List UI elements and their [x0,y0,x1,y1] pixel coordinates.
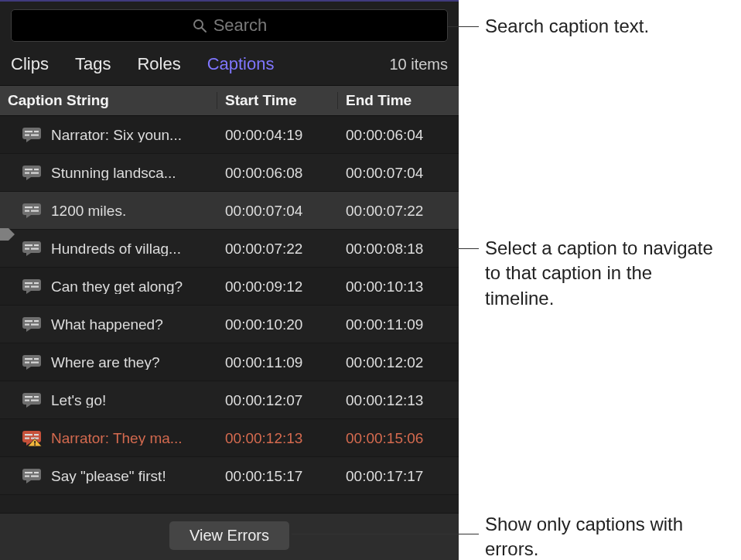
svg-rect-23 [25,282,32,284]
svg-rect-19 [34,244,39,246]
callout-select: Select a caption to navigate to that cap… [485,236,725,311]
svg-rect-45 [25,438,29,439]
svg-rect-9 [34,169,39,170]
svg-rect-37 [22,393,41,405]
start-time: 00:00:04:19 [217,128,338,142]
end-time: 00:00:08:18 [338,241,459,256]
svg-rect-52 [25,476,29,477]
svg-rect-21 [31,248,39,250]
start-time: 00:00:09:12 [217,279,338,294]
table-row[interactable]: Hundreds of villag...00:00:07:2200:00:08… [0,230,459,268]
caption-icon [22,429,42,446]
view-errors-button[interactable]: View Errors [169,521,289,550]
caption-text: Can they get along? [51,279,183,294]
svg-rect-17 [22,241,41,253]
start-time: 00:00:07:22 [217,241,338,256]
svg-rect-32 [22,355,41,367]
caption-icon [22,202,42,219]
caption-text: Narrator: Six youn... [51,128,182,142]
svg-rect-2 [22,128,41,139]
svg-rect-43 [25,434,32,435]
caption-text: 1200 miles. [51,203,126,218]
tab-tags[interactable]: Tags [75,54,111,74]
column-caption-string[interactable]: Caption String [0,92,217,109]
svg-rect-4 [34,131,39,132]
svg-rect-53 [31,476,39,477]
svg-rect-16 [31,210,39,212]
table-row[interactable]: Let's go!00:00:12:0700:00:12:13 [0,381,459,419]
tab-roles[interactable]: Roles [137,54,180,74]
svg-rect-10 [25,172,29,174]
svg-rect-18 [25,244,32,246]
table-header: Caption String Start Time End Time [0,85,459,116]
end-time: 00:00:07:22 [338,203,459,218]
start-time: 00:00:15:17 [217,469,338,483]
svg-rect-47 [34,441,36,444]
search-input[interactable]: Search [11,9,448,42]
start-time: 00:00:10:20 [217,317,338,332]
svg-rect-12 [22,203,41,215]
table-row[interactable]: What happened?00:00:10:2000:00:11:09 [0,306,459,343]
end-time: 00:00:12:02 [338,355,459,370]
caption-text: Hundreds of villag... [51,241,181,256]
end-time: 00:00:06:04 [338,128,459,142]
svg-rect-51 [34,472,39,473]
svg-rect-50 [25,472,32,473]
column-start-time[interactable]: Start Time [217,92,338,109]
caption-text: What happened? [51,317,163,332]
search-placeholder: Search [213,17,268,34]
tab-bar: Clips Tags Roles Captions 10 items [0,46,459,85]
svg-rect-36 [31,362,39,364]
end-time: 00:00:07:04 [338,166,459,180]
caption-rows: Narrator: Six youn...00:00:04:1900:00:06… [0,116,459,513]
start-time: 00:00:12:13 [217,431,338,446]
search-wrap: Search [0,2,459,46]
end-time: 00:00:17:17 [338,469,459,483]
table-row[interactable]: Can they get along?00:00:09:1200:00:10:1… [0,268,459,306]
svg-rect-41 [31,400,39,401]
caption-icon [22,164,42,181]
svg-rect-7 [22,166,41,177]
column-end-time[interactable]: End Time [338,92,459,109]
svg-rect-31 [31,324,39,326]
caption-icon [22,391,42,408]
svg-rect-34 [34,358,39,360]
svg-rect-20 [25,248,29,250]
caption-icon [22,126,42,143]
callout-search: Search caption text. [485,14,649,39]
panel-footer: View Errors [0,513,459,560]
caption-text: Narrator: They ma... [51,431,183,446]
svg-rect-39 [34,396,39,398]
table-row[interactable]: Narrator: They ma...00:00:12:1300:00:15:… [0,419,459,457]
table-row[interactable]: 1200 miles.00:00:07:0400:00:07:22 [0,192,459,230]
svg-rect-28 [25,320,32,322]
svg-rect-15 [25,210,29,212]
svg-rect-40 [25,400,29,401]
start-time: 00:00:07:04 [217,203,338,218]
start-time: 00:00:06:08 [217,166,338,180]
caption-icon [22,278,42,295]
end-time: 00:00:10:13 [338,279,459,294]
caption-text: Where are they? [51,355,159,370]
table-row[interactable]: Stunning landsca...00:00:06:0800:00:07:0… [0,154,459,192]
item-count: 10 items [389,56,448,73]
table-row[interactable]: Narrator: Six youn...00:00:04:1900:00:06… [0,116,459,154]
svg-rect-38 [25,396,32,398]
svg-rect-11 [31,172,39,174]
tab-captions[interactable]: Captions [207,54,275,74]
tab-clips[interactable]: Clips [11,54,49,74]
end-time: 00:00:15:06 [338,431,459,446]
caption-icon [22,316,42,333]
table-row[interactable]: Say "please" first!00:00:15:1700:00:17:1… [0,457,459,495]
svg-rect-29 [34,320,39,322]
svg-rect-35 [25,362,29,364]
captions-panel: Search Clips Tags Roles Captions 10 item… [0,0,459,560]
svg-rect-33 [25,358,32,360]
table-row[interactable]: Where are they?00:00:11:0900:00:12:02 [0,343,459,381]
caption-icon [22,353,42,370]
svg-rect-27 [22,317,41,329]
svg-rect-26 [31,286,39,288]
svg-rect-14 [34,207,39,208]
svg-rect-24 [34,282,39,284]
svg-rect-42 [22,431,41,442]
